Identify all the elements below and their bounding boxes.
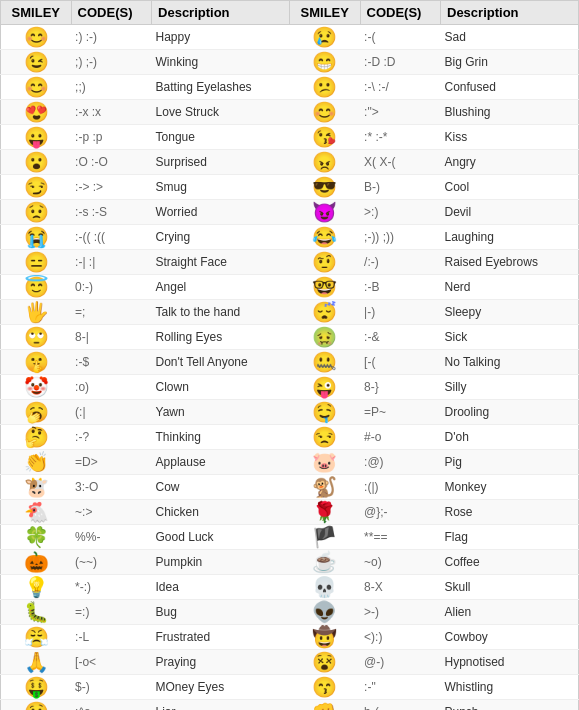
smiley-left: 🖐 [1,300,72,325]
code-left: *-:) [71,575,151,600]
code-right: B-) [360,175,440,200]
desc-left: Cow [152,475,290,500]
desc-right: Nerd [441,275,579,300]
smiley-left: 🤡 [1,375,72,400]
code-left: ~:> [71,500,151,525]
code-left: %%- [71,525,151,550]
code-right: :@) [360,450,440,475]
desc-right: Hypnotised [441,650,579,675]
table-row: 😤 :-L Frustrated 🤠 <):) Cowboy [1,625,579,650]
desc-left: MOney Eyes [152,675,290,700]
smiley-left: 😟 [1,200,72,225]
smiley-left: 😉 [1,50,72,75]
table-row: 🤡 :o) Clown 😜 8-} Silly [1,375,579,400]
desc-left: Yawn [152,400,290,425]
table-row: 🥱 (:| Yawn 🤤 =P~ Drooling [1,400,579,425]
desc-left: Clown [152,375,290,400]
smiley-left: 🎃 [1,550,72,575]
desc-right: Drooling [441,400,579,425]
smiley-left: 😊 [1,75,72,100]
smiley-right: 😢 [289,25,360,50]
code-left: =D> [71,450,151,475]
smiley-left: 😮 [1,150,72,175]
code-right: :"> [360,100,440,125]
desc-right: Sleepy [441,300,579,325]
code-left: 0:-) [71,275,151,300]
desc-right: Kiss [441,125,579,150]
smiley-left: 💡 [1,575,72,600]
desc-left: Love Struck [152,100,290,125]
smiley-right: 😊 [289,100,360,125]
desc-right: Blushing [441,100,579,125]
desc-right: Angry [441,150,579,175]
code-left: :-(( :(( [71,225,151,250]
table-row: 😍 :-x :x Love Struck 😊 :"> Blushing [1,100,579,125]
code-left: :o) [71,375,151,400]
code-right: b-( [360,700,440,711]
smiley-right: 🤨 [289,250,360,275]
code-right: 8-} [360,375,440,400]
smiley-left: 😏 [1,175,72,200]
smiley-left: 🤫 [1,350,72,375]
desc-right: No Talking [441,350,579,375]
smiley-right: 😈 [289,200,360,225]
smiley-right: 🌹 [289,500,360,525]
table-row: 🤫 :-$ Don't Tell Anyone 🤐 [-( No Talking [1,350,579,375]
code-right: X( X-( [360,150,440,175]
header-desc-2: Description [441,1,579,25]
table-row: 🤑 $-) MOney Eyes 😙 :-" Whistling [1,675,579,700]
code-right: :* :-* [360,125,440,150]
smiley-left: 😊 [1,25,72,50]
smiley-left: 🐔 [1,500,72,525]
table-row: 😮 :O :-O Surprised 😠 X( X-( Angry [1,150,579,175]
desc-left: Applause [152,450,290,475]
smiley-left: 😍 [1,100,72,125]
table-row: 😏 :-> :> Smug 😎 B-) Cool [1,175,579,200]
code-right: :(|) [360,475,440,500]
table-row: 😟 :-s :-S Worried 😈 >:) Devil [1,200,579,225]
desc-right: Cool [441,175,579,200]
smiley-right: 😠 [289,150,360,175]
table-row: 😊 :) :-) Happy 😢 :-( Sad [1,25,579,50]
smiley-left: 😭 [1,225,72,250]
desc-right: Silly [441,375,579,400]
smiley-right: 😴 [289,300,360,325]
smiley-left: 😑 [1,250,72,275]
desc-left: Surprised [152,150,290,175]
code-left: :-? [71,425,151,450]
smiley-left: 🐮 [1,475,72,500]
code-left: (:| [71,400,151,425]
code-right: **== [360,525,440,550]
table-row: 🎃 (~~) Pumpkin ☕ ~o) Coffee [1,550,579,575]
smiley-left: 🤔 [1,425,72,450]
code-left: :-$ [71,350,151,375]
smiley-right: 🤠 [289,625,360,650]
table-row: 🤥 :^o Liar 👊 b-( Punch [1,700,579,711]
smiley-left: 🐛 [1,600,72,625]
code-left: :-| :| [71,250,151,275]
code-left: :-x :x [71,100,151,125]
desc-left: Idea [152,575,290,600]
desc-left: Winking [152,50,290,75]
code-right: 8-X [360,575,440,600]
desc-right: Alien [441,600,579,625]
desc-left: Talk to the hand [152,300,290,325]
smiley-right: 🤓 [289,275,360,300]
desc-right: Flag [441,525,579,550]
smiley-table: SMILEY CODE(S) Description SMILEY CODE(S… [0,0,579,710]
desc-right: Big Grin [441,50,579,75]
desc-right: Sad [441,25,579,50]
smiley-right: 💀 [289,575,360,600]
smiley-left: 🙏 [1,650,72,675]
smiley-left: 👏 [1,450,72,475]
desc-left: Smug [152,175,290,200]
table-header: SMILEY CODE(S) Description SMILEY CODE(S… [1,1,579,25]
desc-left: Happy [152,25,290,50]
table-row: 😊 ;;) Batting Eyelashes 😕 :-\ :-/ Confus… [1,75,579,100]
code-left: (~~) [71,550,151,575]
desc-right: Laughing [441,225,579,250]
table-row: 💡 *-:) Idea 💀 8-X Skull [1,575,579,600]
smiley-right: 😜 [289,375,360,400]
table-row: 🐮 3:-O Cow 🐒 :(|) Monkey [1,475,579,500]
smiley-right: 🐒 [289,475,360,500]
